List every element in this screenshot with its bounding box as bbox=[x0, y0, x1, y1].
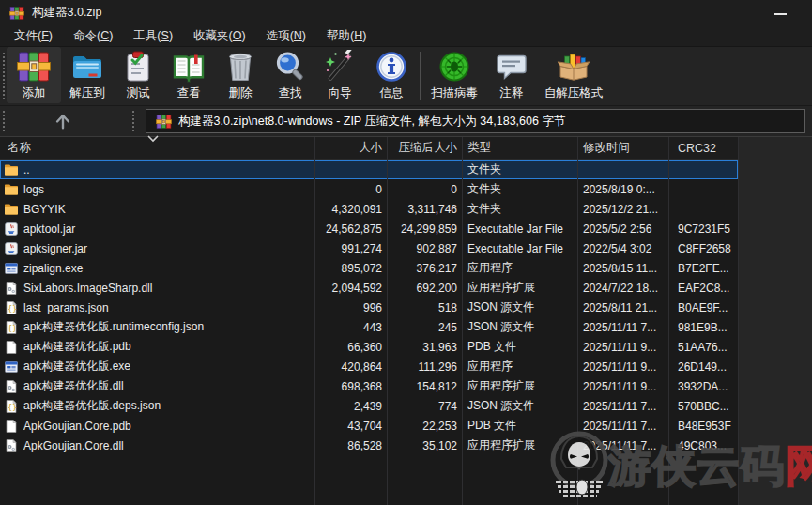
column-headers: 名称大小压缩后大小类型修改时间CRC32 bbox=[0, 137, 738, 160]
file-crc32: 570BBC... bbox=[668, 400, 738, 413]
exe-icon bbox=[4, 360, 19, 375]
file-row[interactable]: {}last_params.json996518JSON 源文件2025/8/1… bbox=[0, 298, 738, 317]
file-type: 文件夹 bbox=[462, 161, 577, 177]
folder-icon bbox=[4, 162, 19, 177]
file-type: PDB 文件 bbox=[462, 339, 577, 355]
toolbar-button-label: 注释 bbox=[500, 85, 524, 101]
toolbar-button-label: 测试 bbox=[127, 85, 150, 101]
file-rows: ..文件夹logs00文件夹2025/8/19 0:...BGYYIK4,320… bbox=[0, 160, 738, 455]
menu-mnemonic: (C) bbox=[97, 29, 113, 42]
sfx-button[interactable]: 自解压格式 bbox=[537, 47, 610, 103]
svg-text:{}: {} bbox=[8, 403, 17, 412]
dll-icon bbox=[4, 379, 19, 394]
json-icon: {} bbox=[4, 399, 19, 414]
file-row[interactable]: SixLabors.ImageSharp.dll2,094,592692,200… bbox=[0, 278, 738, 298]
file-type: PDB 文件 bbox=[462, 418, 577, 434]
file-row[interactable]: logs00文件夹2025/8/19 0:... bbox=[0, 179, 738, 199]
file-packed-size: 22,253 bbox=[387, 420, 462, 433]
find-magnifier-icon bbox=[273, 50, 307, 84]
menu-item-h[interactable]: 帮助(H) bbox=[316, 25, 376, 46]
sort-ascending-icon bbox=[146, 135, 160, 143]
toolbar-button-label: 扫描病毒 bbox=[431, 85, 478, 101]
file-row[interactable]: apk构建器优化版.pdb66,36031,963PDB 文件2025/11/1… bbox=[0, 337, 738, 357]
file-row[interactable]: apksigner.jar991,274902,887Executable Ja… bbox=[0, 238, 738, 258]
jar-icon bbox=[4, 222, 19, 237]
file-packed-size: 902,887 bbox=[387, 242, 462, 255]
add-button[interactable]: 添加 bbox=[7, 47, 61, 103]
info-circle-icon bbox=[375, 50, 408, 84]
minimize-button[interactable] bbox=[766, 6, 794, 23]
menu-mnemonic: (N) bbox=[290, 29, 306, 42]
file-type: JSON 源文件 bbox=[462, 398, 577, 414]
menu-item-c[interactable]: 命令(C) bbox=[63, 25, 123, 46]
menu-item-o[interactable]: 收藏夹(O) bbox=[183, 25, 256, 46]
file-packed-size: 154,812 bbox=[387, 380, 462, 393]
column-separator[interactable] bbox=[462, 137, 463, 505]
file-modified: 2025/8/19 0:... bbox=[577, 183, 668, 196]
column-header-packed[interactable]: 压缩后大小 bbox=[387, 140, 462, 156]
file-size: 895,072 bbox=[314, 262, 387, 275]
column-header-modified[interactable]: 修改时间 bbox=[577, 140, 668, 156]
extract-folder-icon bbox=[70, 50, 104, 84]
sfx-box-icon bbox=[557, 50, 590, 84]
up-directory-button[interactable] bbox=[49, 109, 77, 133]
file-modified: 2025/11/11 9... bbox=[577, 360, 668, 374]
file-modified: 2025/11/11 7... bbox=[577, 439, 668, 452]
svg-text:{}: {} bbox=[8, 324, 17, 333]
info-button[interactable]: 信息 bbox=[365, 47, 418, 103]
file-row[interactable]: apk构建器优化版.dll698,368154,812应用程序扩展2025/11… bbox=[0, 376, 738, 396]
column-separator[interactable] bbox=[668, 137, 669, 505]
file-row[interactable]: zipalign.exe895,072376,217应用程序2025/8/15 … bbox=[0, 258, 738, 278]
svg-text:{}: {} bbox=[8, 304, 17, 314]
addressbar-grip[interactable] bbox=[3, 111, 5, 131]
file-packed-size: 376,217 bbox=[387, 262, 462, 275]
file-packed-size: 35,102 bbox=[387, 439, 462, 452]
file-type: 文件夹 bbox=[462, 201, 577, 217]
file-size: 443 bbox=[314, 321, 387, 334]
comment-button[interactable]: 注释 bbox=[486, 47, 537, 103]
view-button[interactable]: 查看 bbox=[162, 47, 215, 103]
menu-label: 文件 bbox=[14, 28, 38, 44]
menu-item-n[interactable]: 选项(N) bbox=[256, 25, 316, 46]
menu-item-f[interactable]: 文件(F) bbox=[4, 25, 63, 46]
file-row[interactable]: ApkGoujian.Core.dll86,52835,102应用程序扩展202… bbox=[0, 436, 738, 455]
file-size: 86,528 bbox=[314, 439, 387, 452]
file-name: SixLabors.ImageSharp.dll bbox=[23, 282, 152, 295]
menu-item-s[interactable]: 工具(S) bbox=[123, 25, 183, 46]
file-row[interactable]: BGYYIK4,320,0913,311,746文件夹2025/12/2 21.… bbox=[0, 199, 738, 219]
file-modified: 2025/11/11 9... bbox=[577, 341, 668, 354]
menu-mnemonic: (F) bbox=[38, 29, 53, 42]
file-row[interactable]: ..文件夹 bbox=[0, 160, 738, 179]
addressbar-grip-2[interactable] bbox=[132, 111, 134, 131]
file-row[interactable]: {}apk构建器优化版.deps.json2,439774JSON 源文件202… bbox=[0, 396, 738, 416]
file-name: apk构建器优化版.deps.json bbox=[23, 398, 161, 414]
menu-label: 命令 bbox=[73, 28, 97, 44]
file-type: 应用程序扩展 bbox=[462, 437, 577, 453]
file-row[interactable]: ApkGoujian.Core.pdb43,70422,253PDB 文件202… bbox=[0, 416, 738, 436]
column-header-size[interactable]: 大小 bbox=[314, 140, 387, 156]
file-row[interactable]: apktool.jar24,562,87524,299,859Executabl… bbox=[0, 219, 738, 238]
file-row[interactable]: {}apk构建器优化版.runtimeconfig.json443245JSON… bbox=[0, 317, 738, 337]
up-arrow-icon bbox=[53, 111, 73, 131]
column-separator[interactable] bbox=[387, 137, 388, 505]
toolbar-grip[interactable] bbox=[3, 53, 5, 99]
delete-button[interactable]: 删除 bbox=[215, 47, 266, 103]
file-packed-size: 692,200 bbox=[387, 282, 462, 295]
file-row[interactable]: apk构建器优化版.exe420,864111,296应用程序2025/11/1… bbox=[0, 357, 738, 376]
extract-button[interactable]: 解压到 bbox=[61, 47, 114, 103]
window-title: 构建器3.0.zip bbox=[32, 5, 101, 21]
find-button[interactable]: 查找 bbox=[266, 47, 314, 103]
column-separator[interactable] bbox=[577, 137, 578, 505]
wizard-button[interactable]: 向导 bbox=[314, 47, 365, 103]
json-icon: {} bbox=[4, 300, 19, 315]
test-button[interactable]: 测试 bbox=[114, 47, 162, 103]
winrar-window: 构建器3.0.zip 文件(F)命令(C)工具(S)收藏夹(O)选项(N)帮助(… bbox=[0, 0, 812, 505]
file-name: .. bbox=[23, 163, 30, 176]
column-header-type[interactable]: 类型 bbox=[462, 140, 577, 156]
scan-button[interactable]: 扫描病毒 bbox=[422, 47, 486, 103]
column-separator[interactable] bbox=[314, 137, 315, 505]
archive-path-field[interactable]: 构建器3.0.zip\net8.0-windows - ZIP 压缩文件, 解包… bbox=[146, 109, 805, 133]
column-header-crc[interactable]: CRC32 bbox=[668, 142, 738, 155]
column-separator[interactable] bbox=[738, 137, 739, 505]
json-icon: {} bbox=[4, 320, 19, 335]
